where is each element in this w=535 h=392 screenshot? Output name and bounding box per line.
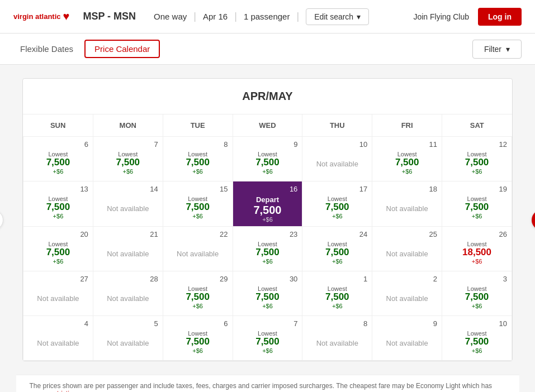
calendar-cell[interactable]: 10 Not available xyxy=(302,137,372,181)
cell-price: 7,500 xyxy=(238,247,298,258)
calendar-prev-button[interactable]: ‹ xyxy=(0,210,3,230)
cell-date-number: 30 xyxy=(238,275,298,283)
cell-price: 7,500 xyxy=(447,337,507,347)
calendar-container: APR/MAY SUN MON TUE WED THU FRI SAT 6 xyxy=(22,78,513,361)
tab-price-calendar[interactable]: Price Calendar xyxy=(84,40,160,58)
date-display: Apr 16 xyxy=(203,12,228,21)
calendar-cell[interactable]: 13 Lowest 7,500 +$6 xyxy=(23,181,93,227)
calendar-cell[interactable]: 9 Lowest 7,500 +$6 xyxy=(233,137,302,181)
calendar-cell[interactable]: 30 Lowest 7,500 +$6 xyxy=(233,271,302,316)
cell-unavailable: Not available xyxy=(377,339,437,347)
cell-date-number: 3 xyxy=(447,275,507,283)
calendar-cell[interactable]: 27 Not available xyxy=(23,271,93,316)
calendar-cell[interactable]: 6 Lowest 7,500 +$6 xyxy=(163,316,233,361)
cell-surcharge: +$6 xyxy=(168,347,228,354)
cell-price: 7,500 xyxy=(168,202,228,213)
cell-date-number: 10 xyxy=(307,140,367,149)
calendar-grid: SUN MON TUE WED THU FRI SAT 6 Lowest 7,5… xyxy=(23,114,512,361)
calendar-cell[interactable]: 26 Lowest 18,500 +$6 xyxy=(442,227,512,271)
tab-flexible-dates[interactable]: Flexible Dates xyxy=(13,35,80,63)
calendar-cell[interactable]: 10 Lowest 7,500 +$6 xyxy=(442,316,512,361)
cell-surcharge: +$6 xyxy=(238,347,298,354)
cell-date-number: 21 xyxy=(98,230,158,238)
calendar-cell[interactable]: 3 Lowest 7,500 +$6 xyxy=(442,271,512,316)
calendar-cell[interactable]: 7 Lowest 7,500 +$6 xyxy=(93,137,163,181)
cell-date-number: 6 xyxy=(28,140,88,149)
cell-unavailable: Not available xyxy=(377,204,437,213)
calendar-cell[interactable]: 14 Not available xyxy=(93,181,163,227)
calendar-cell[interactable]: 6 Lowest 7,500 +$6 xyxy=(23,137,93,181)
calendar-cell[interactable]: 17 Lowest 7,500 +$6 xyxy=(302,181,372,227)
cell-surcharge: +$6 xyxy=(238,168,298,175)
calendar-cell[interactable]: 4 Not available xyxy=(23,316,93,361)
login-button[interactable]: Log in xyxy=(478,8,522,26)
cell-date-number: 12 xyxy=(447,140,507,149)
calendar-cell[interactable]: 15 Lowest 7,500 +$6 xyxy=(163,181,233,227)
calendar-cell[interactable]: 21 Not available xyxy=(93,227,163,271)
join-club-link[interactable]: Join Flying Club xyxy=(413,12,469,21)
cell-date-number: 4 xyxy=(28,319,88,328)
cell-date-number: 24 xyxy=(307,230,367,238)
cell-date-number: 1 xyxy=(307,275,367,283)
cell-date-number: 2 xyxy=(377,275,437,283)
cell-surcharge: +$6 xyxy=(447,303,507,309)
cell-price: 7,500 xyxy=(307,247,367,258)
cell-date-number: 27 xyxy=(28,275,88,283)
calendar-cell[interactable]: 18 Not available xyxy=(372,181,442,227)
calendar-row: 13 Lowest 7,500 +$6 14 Not available 15 … xyxy=(23,181,512,227)
calendar-cell[interactable]: 9 Not available xyxy=(372,316,442,361)
cell-price: 7,500 xyxy=(238,204,298,216)
calendar-cell[interactable]: 19 Lowest 7,500 +$6 xyxy=(442,181,512,227)
col-sat: SAT xyxy=(442,114,512,137)
calendar-next-button[interactable]: › xyxy=(532,210,535,230)
calendar-cell[interactable]: 8 Not available xyxy=(302,316,372,361)
cell-price: 7,500 xyxy=(238,292,298,303)
calendar-header-row: SUN MON TUE WED THU FRI SAT xyxy=(23,114,512,137)
calendar-cell[interactable]: 24 Lowest 7,500 +$6 xyxy=(302,227,372,271)
logo-heart-icon: ♥ xyxy=(63,10,70,23)
cell-surcharge: +$6 xyxy=(307,303,367,309)
calendar-cell[interactable]: 23 Lowest 7,500 +$6 xyxy=(233,227,302,271)
cell-date-number: 13 xyxy=(28,185,88,193)
calendar-cell[interactable]: 20 Lowest 7,500 +$6 xyxy=(23,227,93,271)
cell-surcharge: +$6 xyxy=(447,258,507,265)
cell-surcharge: +$6 xyxy=(28,258,88,265)
cell-unavailable: Not available xyxy=(307,339,367,347)
depart-label: Depart xyxy=(238,195,298,204)
cell-price: 7,500 xyxy=(168,292,228,303)
calendar-cell[interactable]: 25 Not available xyxy=(372,227,442,271)
calendar-cell[interactable]: 29 Lowest 7,500 +$6 xyxy=(163,271,233,316)
some-restrictions-link[interactable]: some restrictions xyxy=(30,390,81,392)
calendar-cell[interactable]: 2 Not available xyxy=(372,271,442,316)
cell-date-number: 5 xyxy=(98,319,158,328)
cell-surcharge: +$6 xyxy=(28,213,88,219)
calendar-cell[interactable]: 28 Not available xyxy=(93,271,163,316)
calendar-cell[interactable]: 1 Lowest 7,500 +$6 xyxy=(302,271,372,316)
col-thu: THU xyxy=(302,114,372,137)
trip-type: One way xyxy=(154,12,187,21)
calendar-row: 4 Not available 5 Not available 6 Lowest… xyxy=(23,316,512,361)
edit-search-button[interactable]: Edit search ▾ xyxy=(306,8,369,25)
chevron-down-icon: ▾ xyxy=(506,45,510,54)
calendar-cell[interactable]: 16 Depart 7,500 +$6 xyxy=(233,181,302,227)
calendar-cell[interactable]: 7 Lowest 7,500 +$6 xyxy=(233,316,302,361)
filter-button[interactable]: Filter ▾ xyxy=(472,40,522,59)
nav-links: One way | Apr 16 | 1 passenger | Edit se… xyxy=(154,8,413,25)
cell-price: 7,500 xyxy=(447,202,507,213)
cell-price: 7,500 xyxy=(447,292,507,303)
col-mon: MON xyxy=(93,114,163,137)
logo-text: virgin atlantic xyxy=(13,12,61,21)
calendar-cell[interactable]: 11 Lowest 7,500 +$6 xyxy=(372,137,442,181)
calendar-cell[interactable]: 8 Lowest 7,500 +$6 xyxy=(163,137,233,181)
cell-date-number: 11 xyxy=(377,140,437,149)
cell-unavailable: Not available xyxy=(28,294,88,303)
cell-price: 7,500 xyxy=(28,247,88,258)
cell-surcharge: +$6 xyxy=(447,347,507,354)
calendar-cell[interactable]: 12 Lowest 7,500 +$6 xyxy=(442,137,512,181)
cell-date-number: 8 xyxy=(307,319,367,328)
cell-price: 7,500 xyxy=(98,157,158,168)
calendar-cell[interactable]: 22 Not available xyxy=(163,227,233,271)
calendar-cell[interactable]: 5 Not available xyxy=(93,316,163,361)
cell-unavailable: Not available xyxy=(377,250,437,258)
cell-date-number: 16 xyxy=(238,185,298,193)
